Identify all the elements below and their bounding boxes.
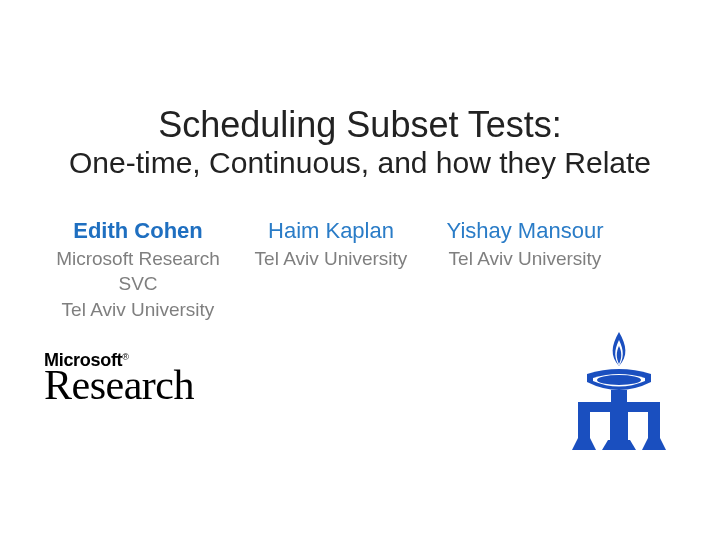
author-name: Edith Cohen — [73, 217, 203, 245]
microsoft-research-logo: Microsoft® Research — [44, 350, 194, 409]
svg-rect-7 — [628, 412, 648, 438]
author-name: Haim Kaplan — [268, 217, 394, 245]
author-col-3: Yishay Mansour Tel Aviv University — [426, 217, 624, 323]
title-block: Scheduling Subset Tests: One-time, Conti… — [0, 0, 720, 181]
author-affiliation: Tel Aviv University — [449, 247, 602, 272]
slide-title-main: Scheduling Subset Tests: — [60, 104, 660, 145]
svg-rect-1 — [611, 390, 627, 402]
slide-title-sub: One-time, Continuous, and how they Relat… — [60, 145, 660, 181]
svg-rect-6 — [590, 412, 610, 438]
author-col-1: Edith Cohen Microsoft Research SVC Tel A… — [42, 217, 234, 323]
author-name: Yishay Mansour — [447, 217, 604, 245]
svg-point-0 — [597, 375, 641, 385]
tau-logo-icon — [570, 330, 668, 464]
author-affiliation: Microsoft Research SVC — [42, 247, 234, 296]
microsoft-research-word: Research — [44, 361, 194, 409]
author-affiliation: Tel Aviv University — [62, 298, 215, 323]
svg-rect-2 — [578, 402, 660, 412]
author-col-2: Haim Kaplan Tel Aviv University — [240, 217, 422, 323]
author-affiliation: Tel Aviv University — [255, 247, 408, 272]
authors-row: Edith Cohen Microsoft Research SVC Tel A… — [0, 181, 720, 323]
